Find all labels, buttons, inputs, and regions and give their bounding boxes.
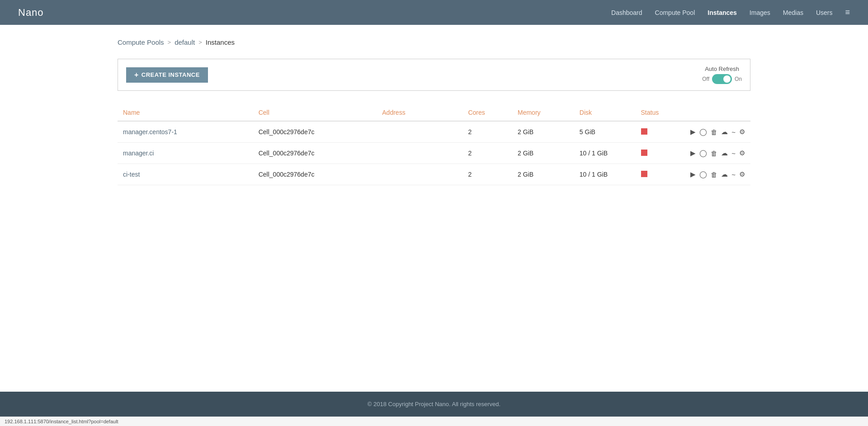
instance-memory-2: 2 GiB — [512, 164, 574, 185]
delete-icon-1[interactable]: 🗑 — [711, 150, 717, 157]
delete-icon-2[interactable]: 🗑 — [711, 171, 717, 178]
breadcrumb-current: Instances — [206, 38, 235, 46]
stop-icon-2[interactable]: ◯ — [699, 170, 707, 178]
header: Nano Dashboard Compute Pool Instances Im… — [0, 0, 868, 25]
breadcrumb-pool-name[interactable]: default — [175, 38, 195, 46]
table-header-row: Name Cell Address Cores Memory Disk Stat… — [118, 104, 750, 121]
instance-cell-0: Cell_000c2976de7c — [253, 121, 377, 143]
instance-name-1: manager.ci — [118, 143, 253, 164]
hamburger-menu-icon[interactable]: ≡ — [845, 8, 850, 17]
breadcrumb-sep-2: > — [198, 39, 202, 46]
toolbar: + CREATE INSTANCE Auto Refresh Off On — [118, 59, 750, 91]
delete-icon-0[interactable]: 🗑 — [711, 128, 717, 136]
breadcrumb-compute-pools[interactable]: Compute Pools — [118, 38, 164, 46]
status-stopped-icon-1 — [641, 150, 647, 156]
toggle-off-label: Off — [702, 76, 709, 82]
instance-name-2: ci-test — [118, 164, 253, 185]
app-logo: Nano — [18, 7, 44, 19]
auto-refresh-control: Auto Refresh Off On — [702, 66, 742, 84]
table-row: manager.centos7-1 Cell_000c2976de7c 2 2 … — [118, 121, 750, 143]
action-group-1: ▶ ◯ 🗑 ☁ ~ ⚙ — [690, 149, 745, 157]
instance-status-0 — [636, 121, 685, 143]
upload-icon-1[interactable]: ☁ — [721, 149, 728, 157]
col-header-status: Status — [636, 104, 685, 121]
instance-name-link-2[interactable]: ci-test — [123, 171, 140, 178]
upload-icon-2[interactable]: ☁ — [721, 170, 728, 178]
instance-disk-1: 10 / 1 GiB — [574, 143, 636, 164]
create-instance-button[interactable]: + CREATE INSTANCE — [126, 67, 208, 83]
instance-disk-0: 5 GiB — [574, 121, 636, 143]
main-nav: Dashboard Compute Pool Instances Images … — [611, 8, 850, 17]
instance-cell-1: Cell_000c2976de7c — [253, 143, 377, 164]
table-row: ci-test Cell_000c2976de7c 2 2 GiB 10 / 1… — [118, 164, 750, 185]
start-icon-2[interactable]: ▶ — [690, 170, 696, 178]
instance-address-1 — [377, 143, 462, 164]
col-header-disk: Disk — [574, 104, 636, 121]
instance-cores-0: 2 — [462, 121, 512, 143]
table-header: Name Cell Address Cores Memory Disk Stat… — [118, 104, 750, 121]
instance-status-1 — [636, 143, 685, 164]
table-row: manager.ci Cell_000c2976de7c 2 2 GiB 10 … — [118, 143, 750, 164]
instance-name-link-0[interactable]: manager.centos7-1 — [123, 128, 177, 136]
instance-memory-0: 2 GiB — [512, 121, 574, 143]
toggle-on-label: On — [735, 76, 742, 82]
settings-icon-2[interactable]: ⚙ — [739, 170, 745, 178]
status-stopped-icon-2 — [641, 171, 647, 177]
instance-actions-0: ▶ ◯ 🗑 ☁ ~ ⚙ — [685, 121, 750, 143]
instance-cores-2: 2 — [462, 164, 512, 185]
plus-icon: + — [134, 71, 139, 79]
col-header-cores: Cores — [462, 104, 512, 121]
settings-icon-1[interactable]: ⚙ — [739, 149, 745, 157]
auto-refresh-toggle[interactable] — [712, 74, 732, 84]
start-icon-1[interactable]: ▶ — [690, 149, 696, 157]
nav-images[interactable]: Images — [750, 9, 770, 16]
breadcrumb-sep-1: > — [168, 39, 171, 46]
instance-actions-2: ▶ ◯ 🗑 ☁ ~ ⚙ — [685, 164, 750, 185]
action-group-0: ▶ ◯ 🗑 ☁ ~ ⚙ — [690, 128, 745, 136]
table-body: manager.centos7-1 Cell_000c2976de7c 2 2 … — [118, 121, 750, 185]
nav-dashboard[interactable]: Dashboard — [611, 9, 642, 16]
toggle-row: Off On — [702, 74, 742, 84]
instance-address-2 — [377, 164, 462, 185]
copyright-text: © 2018 Copyright Project Nano. All right… — [368, 401, 500, 407]
instance-disk-2: 10 / 1 GiB — [574, 164, 636, 185]
col-header-memory: Memory — [512, 104, 574, 121]
monitor-icon-0[interactable]: ~ — [731, 128, 736, 136]
instance-name-link-1[interactable]: manager.ci — [123, 150, 154, 157]
status-stopped-icon-0 — [641, 128, 647, 135]
action-group-2: ▶ ◯ 🗑 ☁ ~ ⚙ — [690, 170, 745, 178]
monitor-icon-1[interactable]: ~ — [731, 150, 736, 157]
nav-medias[interactable]: Medias — [783, 9, 803, 16]
breadcrumb: Compute Pools > default > Instances — [118, 38, 750, 46]
main-content: Compute Pools > default > Instances + CR… — [0, 25, 868, 392]
upload-icon-0[interactable]: ☁ — [721, 128, 728, 136]
nav-instances[interactable]: Instances — [708, 9, 737, 16]
col-header-name: Name — [118, 104, 253, 121]
nav-compute-pool[interactable]: Compute Pool — [655, 9, 695, 16]
stop-icon-1[interactable]: ◯ — [699, 149, 707, 157]
create-instance-label: CREATE INSTANCE — [142, 71, 200, 78]
col-header-address: Address — [377, 104, 462, 121]
instance-address-0 — [377, 121, 462, 143]
instance-status-2 — [636, 164, 685, 185]
instance-actions-1: ▶ ◯ 🗑 ☁ ~ ⚙ — [685, 143, 750, 164]
statusbar: 192.168.1.111:5870/instance_list.html?po… — [0, 417, 868, 426]
instance-name-0: manager.centos7-1 — [118, 121, 253, 143]
nav-users[interactable]: Users — [816, 9, 833, 16]
instance-memory-1: 2 GiB — [512, 143, 574, 164]
col-header-cell: Cell — [253, 104, 377, 121]
settings-icon-0[interactable]: ⚙ — [739, 128, 745, 136]
toggle-thumb — [723, 75, 731, 83]
monitor-icon-2[interactable]: ~ — [731, 171, 736, 178]
start-icon-0[interactable]: ▶ — [690, 128, 696, 136]
stop-icon-0[interactable]: ◯ — [699, 128, 707, 136]
instances-table: Name Cell Address Cores Memory Disk Stat… — [118, 104, 750, 185]
statusbar-url: 192.168.1.111:5870/instance_list.html?po… — [5, 419, 118, 424]
auto-refresh-label: Auto Refresh — [705, 66, 739, 72]
instance-cell-2: Cell_000c2976de7c — [253, 164, 377, 185]
instance-cores-1: 2 — [462, 143, 512, 164]
toggle-track — [712, 74, 732, 84]
col-header-actions — [685, 104, 750, 121]
footer: © 2018 Copyright Project Nano. All right… — [0, 392, 868, 417]
